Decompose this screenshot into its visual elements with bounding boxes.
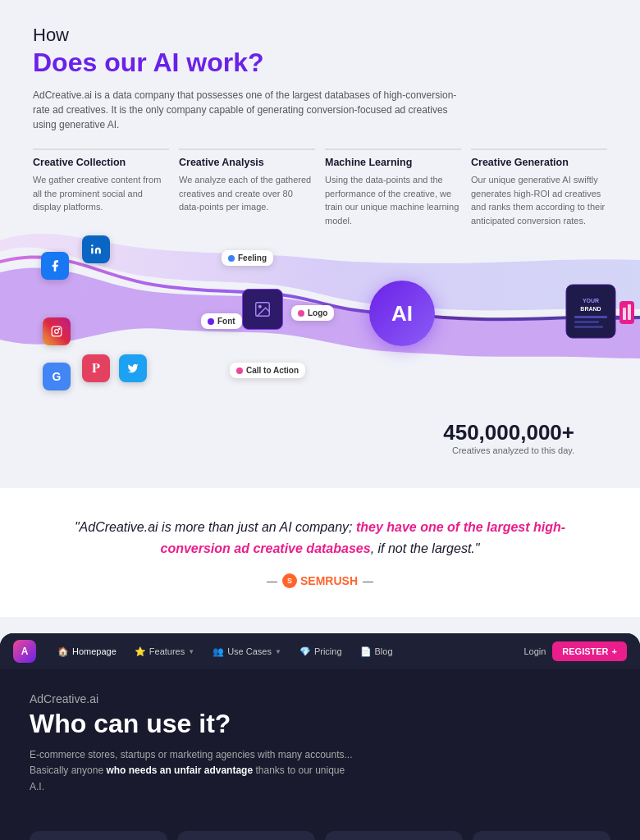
quote-source: — S SEMRUSH — — [49, 573, 591, 588]
stats-label: Creatives analyzed to this day. — [66, 445, 574, 455]
card-enterprises: 🏢 Enterprises Generate perfectly on-bran… — [473, 831, 610, 840]
nav-items: 🏠 Homepage ⭐ Features ▼ 👥 Use Cases ▼ 💎 … — [49, 641, 519, 662]
svg-rect-8 — [574, 326, 603, 328]
how-subtitle: How — [33, 25, 607, 46]
register-button[interactable]: REGISTER + — [552, 641, 627, 661]
step-4-title: Creative Generation — [471, 148, 607, 168]
how-section: How Does our AI work? AdCreative.ai is a… — [0, 0, 640, 488]
who-content: AdCreative.ai Who can use it? E-commerce… — [0, 669, 640, 831]
step-2-title: Creative Analysis — [179, 148, 315, 168]
chevron-features-icon: ▼ — [188, 648, 194, 655]
ai-circle: AI — [369, 281, 435, 346]
step-1-title: Creative Collection — [33, 148, 169, 168]
chevron-usecases-icon: ▼ — [275, 648, 281, 655]
nav-bar: A 🏠 Homepage ⭐ Features ▼ 👥 Use Cases ▼ … — [0, 633, 640, 669]
nav-pricing[interactable]: 💎 Pricing — [291, 641, 350, 662]
nav-homepage[interactable]: 🏠 Homepage — [49, 641, 125, 662]
doc-icon: 📄 — [360, 646, 372, 657]
svg-rect-9 — [619, 301, 634, 324]
step-3-desc: Using the data-points and the performanc… — [325, 173, 461, 227]
step-4: Creative Generation Our unique generativ… — [471, 148, 607, 227]
linkedin-icon — [82, 235, 110, 263]
svg-rect-6 — [574, 316, 607, 318]
svg-rect-11 — [628, 304, 631, 320]
card-startups: 🔔 Startups Spend your money on creatives… — [30, 831, 167, 840]
svg-rect-10 — [623, 308, 626, 320]
star-icon: ⭐ — [135, 646, 146, 657]
cta-tag: Call to Action — [230, 363, 305, 378]
nav-use-cases[interactable]: 👥 Use Cases ▼ — [204, 641, 290, 662]
users-icon: 👥 — [213, 646, 224, 657]
quote-section: "AdCreative.ai is more than just an AI c… — [0, 488, 640, 617]
step-1-desc: We gather creative content from all the … — [33, 173, 169, 214]
steps-row: Creative Collection We gather creative c… — [33, 148, 607, 227]
stats-area: 450,000,000+ Creatives analyzed to this … — [33, 408, 607, 472]
stats-number: 450,000,000+ — [66, 420, 574, 445]
step-1: Creative Collection We gather creative c… — [33, 148, 179, 227]
semrush-logo: S SEMRUSH — [282, 573, 358, 588]
svg-point-15 — [59, 328, 60, 329]
who-brand: AdCreative.ai — [30, 692, 610, 705]
step-4-desc: Our unique generative AI swiftly generat… — [471, 173, 607, 227]
svg-rect-7 — [574, 321, 599, 323]
step-2-desc: We analyze each of the gathered creative… — [179, 173, 315, 214]
step-2: Creative Analysis We analyze each of the… — [179, 148, 325, 227]
who-title: Who can use it? — [30, 709, 610, 739]
nav-features[interactable]: ⭐ Features ▼ — [126, 641, 203, 662]
font-tag: Font — [201, 313, 242, 329]
svg-text:BRAND: BRAND — [580, 306, 601, 312]
semrush-icon: S — [282, 573, 297, 588]
step-3-title: Machine Learning — [325, 148, 461, 168]
svg-point-12 — [91, 244, 93, 246]
who-section: A 🏠 Homepage ⭐ Features ▼ 👥 Use Cases ▼ … — [0, 633, 640, 840]
how-title: Does our AI work? — [33, 48, 607, 78]
register-icon: + — [612, 646, 617, 656]
twitter-icon — [119, 354, 147, 382]
svg-point-17 — [258, 305, 261, 308]
svg-point-14 — [55, 330, 59, 334]
nav-blog[interactable]: 📄 Blog — [352, 641, 401, 662]
svg-text:YOUR: YOUR — [583, 298, 599, 304]
instagram-icon — [43, 317, 71, 345]
card-ecommerce: 🛍 Ecommerce Let our machine learning mod… — [177, 831, 315, 840]
card-agencies: 👤 Agencies Generate ad creatives and ban… — [325, 831, 463, 840]
feeling-tag: Feeling — [222, 250, 273, 266]
home-icon: 🏠 — [57, 646, 69, 657]
google-icon: G — [43, 363, 71, 390]
image-placeholder — [242, 289, 283, 330]
diamond-icon: 💎 — [299, 646, 311, 657]
svg-rect-13 — [52, 326, 62, 336]
nav-right: Login REGISTER + — [523, 641, 627, 661]
facebook-icon — [41, 252, 69, 280]
how-description: AdCreative.ai is a data company that pos… — [33, 88, 459, 132]
quote-text: "AdCreative.ai is more than just an AI c… — [49, 517, 591, 559]
step-3: Machine Learning Using the data-points a… — [325, 148, 471, 227]
pinterest-icon: 𝐏 — [82, 354, 110, 382]
cards-grid: 🔔 Startups Spend your money on creatives… — [0, 831, 640, 840]
logo-tag: Logo — [291, 305, 334, 321]
who-description: E-commerce stores, startups or marketing… — [30, 747, 358, 795]
login-button[interactable]: Login — [523, 646, 546, 656]
ai-visualization: YOUR BRAND 𝐏 G — [0, 227, 640, 408]
nav-logo: A — [13, 640, 36, 663]
